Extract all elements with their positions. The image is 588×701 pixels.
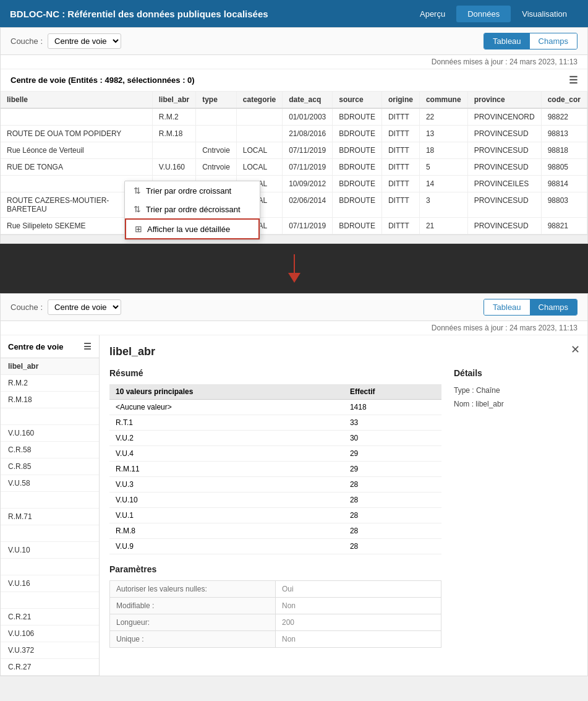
summary-cell-effectif: 33: [344, 415, 441, 431]
col-header-type[interactable]: type: [196, 92, 237, 108]
col-header-source[interactable]: source: [333, 92, 382, 108]
bottom-toolbar: Couche : Centre de voie Tableau Champs: [1, 294, 587, 321]
bottom-view-toggle: Tableau Champs: [484, 299, 577, 316]
nav-apercu[interactable]: Aperçu: [409, 6, 456, 22]
summary-row: <Aucune valeur>1418: [109, 400, 441, 415]
list-item[interactable]: [1, 592, 99, 609]
col-header-libelle[interactable]: libelle: [1, 92, 152, 108]
summary-row: V.U.1028: [109, 492, 441, 508]
table-body: R.M.201/01/2003BDROUTEDITTT22PROVINCENOR…: [1, 108, 587, 234]
list-item[interactable]: V.U.10: [1, 542, 99, 559]
bottom-champs-button[interactable]: Champs: [530, 299, 577, 315]
sort-desc-item[interactable]: ⇅ Trier par ordre décroissant: [125, 200, 260, 218]
champs-button[interactable]: Champs: [530, 33, 577, 49]
cell-code_cor: 98822: [541, 108, 587, 126]
summary-table: 10 valeurs principalesEffectif <Aucune v…: [109, 384, 441, 554]
nav-visualisation[interactable]: Visualisation: [511, 6, 578, 22]
cell-source: BDROUTE: [333, 108, 382, 126]
list-item[interactable]: V.U.160: [1, 425, 99, 442]
cell-libelle: RUE DE TONGA: [1, 159, 152, 176]
summary-col-Effectif: Effectif: [344, 384, 441, 400]
list-item[interactable]: C.R.58: [1, 442, 99, 458]
app-title: BDLOC-NC : Référentiel des données publi…: [10, 9, 409, 19]
sort-asc-item[interactable]: ⇅ Trier par ordre croissant: [125, 181, 260, 200]
couche-select[interactable]: Centre de voie: [48, 33, 121, 49]
params-table: Autoriser les valeurs nulles:OuiModifiab…: [109, 580, 441, 648]
bottom-tableau-button[interactable]: Tableau: [484, 299, 530, 315]
cell-source: BDROUTE: [333, 126, 382, 142]
summary-cell-value: R.M.11: [109, 462, 344, 477]
bottom-couche-select[interactable]: Centre de voie: [48, 299, 121, 315]
table-row[interactable]: RUE DE TONGAV.U.160CntrvoieLOCAL07/11/20…: [1, 159, 587, 176]
params-row: Unique :Non: [110, 631, 441, 648]
table-wrapper[interactable]: libellelibel_abrtypecategoriedate_acqsou…: [1, 92, 587, 234]
summary-tbody: <Aucune valeur>1418R.T.133V.U.230V.U.429…: [109, 400, 441, 554]
cell-province: PROVINCEILES: [467, 176, 541, 192]
cell-province: PROVINCESUD: [467, 218, 541, 234]
cell-province: PROVINCESUD: [467, 142, 541, 159]
col-header-province[interactable]: province: [467, 92, 541, 108]
param-value: Oui: [276, 581, 441, 598]
table-row[interactable]: ROUTE CAZERES-MOUTIER-BARETEAUC.R.85Cntr…: [1, 192, 587, 218]
table-row[interactable]: R.M.201/01/2003BDROUTEDITTT22PROVINCENOR…: [1, 108, 587, 126]
list-item[interactable]: C.R.85: [1, 458, 99, 475]
nav-donnees[interactable]: Données: [456, 6, 511, 22]
list-item[interactable]: R.M.18: [1, 392, 99, 408]
col-header-categorie[interactable]: categorie: [236, 92, 282, 108]
tableau-button[interactable]: Tableau: [484, 33, 530, 49]
cell-categorie: [236, 108, 282, 126]
list-item[interactable]: C.R.27: [1, 659, 99, 676]
list-item[interactable]: V.U.372: [1, 642, 99, 659]
list-item[interactable]: [1, 559, 99, 575]
cell-province: PROVINCENORD: [467, 108, 541, 126]
horizontal-scrollbar[interactable]: [1, 234, 587, 243]
detail-close-button[interactable]: ✕: [571, 343, 580, 356]
cell-commune: 3: [419, 192, 467, 218]
list-item[interactable]: [1, 525, 99, 542]
list-item[interactable]: [1, 492, 99, 509]
col-header-commune[interactable]: commune: [419, 92, 467, 108]
detail-resume: Résumé 10 valeurs principalesEffectif <A…: [109, 368, 441, 648]
fields-menu-icon[interactable]: ☰: [83, 342, 92, 351]
col-header-date_acq[interactable]: date_acq: [283, 92, 333, 108]
table-row[interactable]: ROUTE DE OUA TOM POPIDERYR.M.1821/08/201…: [1, 126, 587, 142]
cell-source: BDROUTE: [333, 176, 382, 192]
table-menu-icon[interactable]: ☰: [569, 74, 577, 86]
list-item[interactable]: R.M.2: [1, 375, 99, 392]
summary-cell-value: V.U.9: [109, 539, 344, 554]
summary-col-10-valeurs-principales: 10 valeurs principales: [109, 384, 344, 400]
summary-cell-effectif: 28: [344, 477, 441, 492]
cell-code_cor: 98803: [541, 192, 587, 218]
cell-type: [196, 108, 237, 126]
cell-libel_abr: R.M.2: [152, 108, 195, 126]
col-header-libel_abr[interactable]: libel_abr: [152, 92, 195, 108]
cell-origine: DITTT: [381, 142, 419, 159]
cell-type: Cntrvoie: [196, 142, 237, 159]
summary-row: R.M.828: [109, 523, 441, 539]
list-item[interactable]: V.U.58: [1, 475, 99, 492]
cell-date_acq: 10/09/2012: [283, 176, 333, 192]
detail-title: libel_abr: [109, 345, 577, 358]
table-row[interactable]: Rue Silipeleto SEKEMEV.U.58CntrvoieLOCAL…: [1, 218, 587, 234]
param-label: Modifiable :: [110, 598, 276, 614]
list-item[interactable]: R.M.71: [1, 509, 99, 525]
sort-desc-icon: ⇅: [134, 204, 141, 214]
summary-cell-value: V.U.3: [109, 477, 344, 492]
list-item[interactable]: V.U.16: [1, 575, 99, 592]
data-info: Données mises à jour : 24 mars 2023, 11:…: [1, 55, 587, 69]
cell-origine: DITTT: [381, 126, 419, 142]
list-item[interactable]: C.R.21: [1, 609, 99, 626]
view-toggle: Tableau Champs: [484, 33, 577, 49]
cell-date_acq: 07/11/2019: [283, 159, 333, 176]
list-item[interactable]: [1, 408, 99, 425]
table-row[interactable]: Rue Léonce de VerteuilCntrvoieLOCAL07/11…: [1, 142, 587, 159]
table-section: Centre de voie (Entités : 4982, sélectio…: [1, 69, 587, 243]
view-detail-item[interactable]: ⊞ Afficher la vue détaillée: [125, 218, 260, 239]
data-table: libellelibel_abrtypecategoriedate_acqsou…: [1, 92, 587, 234]
fields-sidebar-header: Centre de voie ☰: [1, 335, 99, 358]
col-header-code_cor[interactable]: code_cor: [541, 92, 587, 108]
table-row[interactable]: C.R.58CntrvoieLOCAL10/09/2012BDROUTEDITT…: [1, 176, 587, 192]
list-item[interactable]: V.U.106: [1, 626, 99, 642]
sort-asc-label: Trier par ordre croissant: [146, 186, 231, 196]
col-header-origine[interactable]: origine: [381, 92, 419, 108]
